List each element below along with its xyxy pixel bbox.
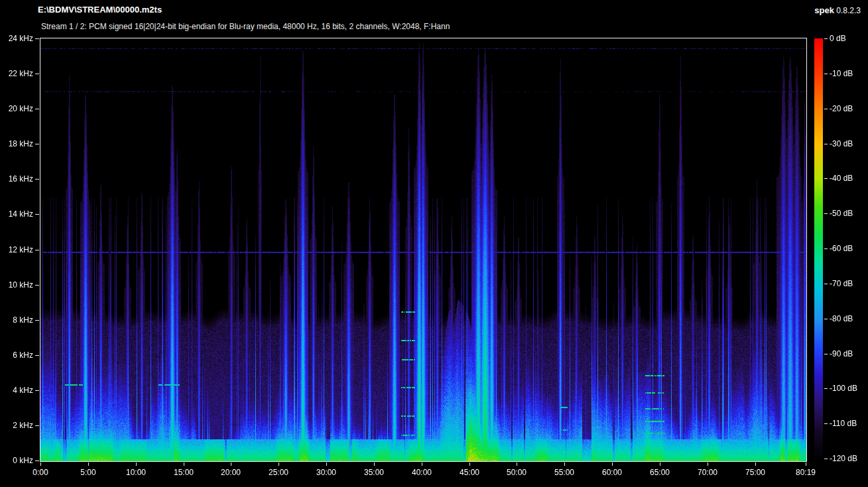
legend-gradient-bar: [814, 38, 823, 460]
y-axis-tick: [35, 425, 39, 426]
y-axis-label: 0 kHz: [0, 456, 33, 465]
y-axis-label: 2 kHz: [0, 421, 33, 430]
x-axis-tick: [88, 462, 89, 466]
legend-tick: [824, 423, 828, 424]
legend-label: -40 dB: [830, 174, 853, 183]
app-title: spek 0.8.2.3: [814, 5, 861, 15]
x-axis-label: 35:00: [354, 468, 394, 477]
legend-tick: [824, 459, 828, 459]
legend-label: -60 dB: [830, 244, 853, 253]
x-axis-tick: [517, 462, 517, 466]
x-axis-tick: [806, 462, 806, 466]
legend-label: -70 dB: [830, 279, 853, 288]
x-axis-tick: [279, 462, 279, 466]
x-axis-label: 5:00: [68, 468, 108, 477]
legend-tick: [824, 248, 828, 249]
legend-tick: [824, 38, 828, 39]
x-axis-label: 40:00: [402, 468, 442, 477]
legend-label: -50 dB: [830, 209, 853, 218]
x-axis-label: 50:00: [497, 468, 536, 477]
y-axis-tick: [35, 285, 39, 286]
x-axis-tick: [755, 462, 756, 466]
x-axis-label: 25:00: [259, 468, 298, 477]
x-axis-label: 65:00: [640, 468, 680, 477]
y-axis-label: 6 kHz: [0, 351, 33, 360]
legend-tick: [824, 354, 828, 354]
legend-label: -110 dB: [830, 419, 857, 428]
legend-label: -10 dB: [830, 69, 853, 78]
x-axis-tick: [231, 462, 231, 466]
legend-label: -90 dB: [830, 349, 853, 358]
x-axis-tick: [136, 462, 137, 466]
x-axis-tick: [184, 462, 184, 466]
file-path-title: E:\BDMV\STREAM\00000.m2ts: [38, 5, 162, 15]
spek-window: E:\BDMV\STREAM\00000.m2ts spek 0.8.2.3 S…: [0, 0, 868, 487]
y-axis-tick: [35, 355, 39, 356]
x-axis-tick: [564, 462, 565, 466]
legend-tick: [824, 178, 828, 179]
legend-label: -100 dB: [830, 384, 857, 393]
x-axis-label: 10:00: [116, 468, 156, 477]
x-axis-tick: [40, 462, 41, 466]
x-axis-tick: [422, 462, 422, 466]
x-axis-label: 60:00: [592, 468, 632, 477]
app-name: spek: [814, 5, 834, 15]
x-axis-label: 55:00: [544, 468, 584, 477]
y-axis-tick: [35, 144, 39, 144]
legend-tick: [824, 319, 828, 319]
legend-label: 0 dB: [830, 34, 846, 43]
y-axis-label: 10 kHz: [0, 280, 33, 290]
y-axis-label: 18 kHz: [0, 139, 33, 148]
legend-tick: [824, 109, 828, 109]
legend-label: -80 dB: [830, 314, 853, 323]
y-axis-label: 16 kHz: [0, 174, 33, 184]
y-axis-label: 12 kHz: [0, 245, 33, 254]
y-axis-tick: [35, 109, 39, 109]
legend-label: -120 dB: [830, 454, 857, 463]
y-axis-label: 24 kHz: [0, 34, 33, 43]
y-axis-tick: [35, 390, 39, 391]
y-axis-label: 22 kHz: [0, 69, 33, 78]
x-axis-label: 15:00: [164, 468, 204, 477]
x-axis-tick: [612, 462, 613, 466]
x-axis-tick: [469, 462, 470, 466]
y-axis-tick: [35, 320, 39, 321]
stream-info: Stream 1 / 2: PCM signed 16|20|24-bit bi…: [41, 22, 450, 31]
x-axis-tick: [660, 462, 660, 466]
legend-tick: [824, 388, 828, 389]
app-version: 0.8.2.3: [836, 6, 861, 15]
y-axis-tick: [35, 250, 39, 250]
legend-tick: [824, 144, 828, 144]
y-axis-label: 14 kHz: [0, 209, 33, 219]
x-axis-label: 80:19: [786, 468, 826, 477]
x-axis-label: 45:00: [450, 468, 489, 477]
x-axis-label: 30:00: [306, 468, 346, 477]
x-axis-label: 20:00: [211, 468, 251, 477]
y-axis-tick: [35, 38, 39, 39]
y-axis-label: 20 kHz: [0, 104, 33, 113]
legend-label: -30 dB: [830, 139, 853, 148]
y-axis-label: 4 kHz: [0, 386, 33, 395]
legend-tick: [824, 213, 828, 214]
y-axis-tick: [35, 214, 39, 215]
spectrogram-frame: [40, 38, 807, 462]
x-axis-tick: [708, 462, 708, 466]
y-axis-tick: [35, 179, 39, 180]
legend-label: -20 dB: [830, 104, 853, 113]
x-axis-label: 0:00: [21, 468, 60, 477]
x-axis-tick: [374, 462, 375, 466]
y-axis-tick: [35, 74, 39, 74]
y-axis-label: 8 kHz: [0, 315, 33, 325]
x-axis-label: 75:00: [735, 468, 775, 477]
legend-tick: [824, 284, 828, 284]
legend-tick: [824, 74, 828, 74]
x-axis-label: 70:00: [688, 468, 727, 477]
x-axis-tick: [326, 462, 327, 466]
y-axis-tick: [35, 460, 39, 461]
